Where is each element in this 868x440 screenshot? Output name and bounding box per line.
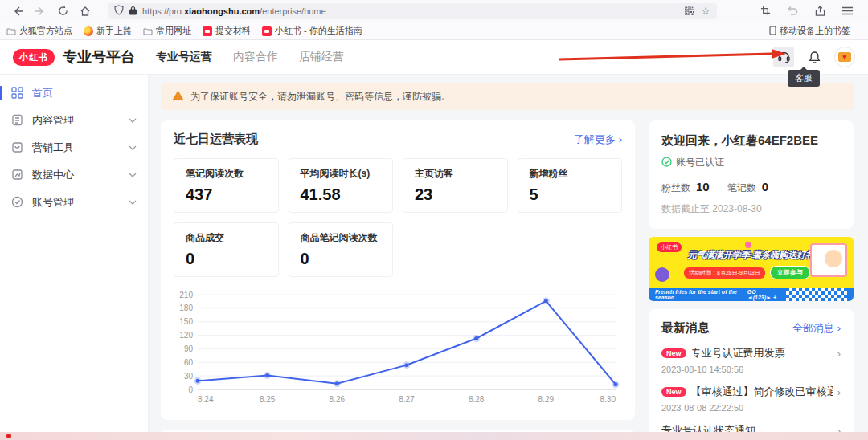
chevron-right-icon: › bbox=[837, 425, 841, 433]
url-text: https://pro.xiaohongshu.com/enterprise/h… bbox=[142, 6, 685, 16]
security-warning-banner: 为了保证账号安全，请勿泄漏账号、密码等信息，谨防被骗。 bbox=[161, 83, 854, 110]
bookmark-label: 小红书 - 你的生活指南 bbox=[275, 25, 362, 37]
stat-avg-read-time: 平均阅读时长(s) 41.58 bbox=[289, 158, 394, 213]
banner-cta-button[interactable]: 立即参与 bbox=[770, 266, 810, 279]
bookmark-item[interactable]: 常用网址 bbox=[143, 25, 191, 37]
reload-icon[interactable] bbox=[53, 2, 72, 20]
notes-count: 笔记数0 bbox=[727, 180, 768, 195]
mobile-bookmarks[interactable]: 移动设备上的书签 bbox=[769, 25, 850, 37]
new-badge: New bbox=[661, 348, 686, 358]
avatar[interactable]: ♥ bbox=[834, 47, 855, 67]
sidebar-item-content[interactable]: 内容管理 bbox=[0, 107, 148, 134]
xiaohongshu-logo[interactable]: 小红书 bbox=[13, 49, 55, 66]
home-icon[interactable] bbox=[76, 2, 95, 20]
warning-text: 为了保证账号安全，请勿泄漏账号、密码等信息，谨防被骗。 bbox=[190, 90, 451, 104]
grid-icon bbox=[11, 87, 24, 100]
sidebar: 首页 内容管理 营销工具 数据中心 bbox=[0, 75, 149, 432]
phone-icon bbox=[769, 26, 776, 37]
welcome-card: 欢迎回来，小红薯64EF2BEE 账号已认证 粉丝数10 笔记数0 数据截止至 … bbox=[649, 120, 854, 229]
tab-operation[interactable]: 专业号运营 bbox=[156, 50, 212, 64]
banner-footer: French fries for the start of the season… bbox=[649, 288, 854, 301]
promo-banner[interactable]: 小红书 元气满满开学季·薯条嗨购送好礼 活动时间：8月28日-9月03日 立即参… bbox=[649, 237, 854, 301]
bookmark-label: 常用网址 bbox=[156, 25, 191, 37]
sidebar-label: 营销工具 bbox=[32, 141, 74, 155]
annotation-arrow bbox=[556, 47, 789, 64]
bottom-taskbar-strip bbox=[0, 432, 868, 440]
bookmark-item[interactable]: 小红书 - 你的生活指南 bbox=[262, 25, 362, 37]
svg-text:8.24: 8.24 bbox=[198, 395, 214, 404]
bookmark-star-icon[interactable]: ☆ bbox=[701, 6, 710, 16]
warning-icon bbox=[172, 90, 184, 103]
chevron-down-icon bbox=[129, 200, 137, 205]
url-bar[interactable]: https://pro.xiaohongshu.com/enterprise/h… bbox=[108, 3, 717, 19]
svg-text:8.30: 8.30 bbox=[600, 395, 616, 404]
sidebar-label: 首页 bbox=[32, 86, 53, 100]
svg-text:8.29: 8.29 bbox=[538, 395, 555, 404]
shield-icon[interactable] bbox=[114, 5, 124, 17]
svg-text:8.27: 8.27 bbox=[399, 395, 415, 404]
tab-content-coop[interactable]: 内容合作 bbox=[233, 50, 278, 64]
check-shield-icon bbox=[11, 196, 24, 209]
share-icon[interactable] bbox=[810, 2, 829, 20]
svg-text:8.28: 8.28 bbox=[469, 395, 485, 404]
message-item[interactable]: New 【审核通过】简介修改已审核通过！ › 2023-08-08 22:22:… bbox=[661, 385, 841, 413]
envelope-heart-icon: ♥ bbox=[838, 52, 851, 62]
stat-new-followers: 新增粉丝 5 bbox=[518, 158, 623, 213]
qr-code-icon[interactable] bbox=[685, 6, 694, 17]
customer-service-tooltip: 客服 bbox=[788, 70, 820, 87]
weekly-performance-card: 近七日运营表现 了解更多 › 笔记阅读次数 437 平均阅读时长(s) 41.5… bbox=[161, 120, 635, 420]
svg-text:120: 120 bbox=[179, 331, 193, 340]
svg-text:150: 150 bbox=[179, 317, 193, 326]
tab-shop[interactable]: 店铺经营 bbox=[299, 50, 344, 64]
sidebar-item-data[interactable]: 数据中心 bbox=[0, 161, 148, 189]
firefox-icon bbox=[84, 26, 93, 36]
banner-dot-decoration bbox=[745, 242, 751, 248]
trend-line-chart: 03060901201501802108.248.258.268.278.288… bbox=[174, 288, 624, 409]
bookmark-item[interactable]: 新手上路 bbox=[84, 25, 132, 37]
welcome-title: 欢迎回来，小红薯64EF2BEE bbox=[661, 133, 841, 149]
banner-blob-decoration bbox=[655, 267, 669, 282]
customer-service-icon[interactable] bbox=[773, 47, 794, 67]
chevron-down-icon bbox=[129, 145, 137, 150]
svg-text:8.25: 8.25 bbox=[260, 395, 276, 404]
learn-more-link[interactable]: 了解更多 › bbox=[574, 132, 622, 147]
banner-character-face bbox=[825, 250, 842, 267]
bookmark-item[interactable]: 提交材料 bbox=[203, 25, 251, 37]
menu-icon[interactable] bbox=[837, 2, 857, 20]
folder-icon bbox=[6, 27, 16, 35]
undo-icon[interactable] bbox=[783, 2, 802, 20]
bookmark-item[interactable]: 火狐官方站点 bbox=[6, 25, 72, 37]
stats-grid: 笔记阅读次数 437 平均阅读时长(s) 41.58 主页访客 23 bbox=[174, 158, 622, 277]
stat-note-reads: 笔记阅读次数 437 bbox=[174, 158, 279, 213]
message-item[interactable]: 专业号认证状态通知 › 2023-08-08 13:44:43 bbox=[661, 423, 841, 432]
svg-text:60: 60 bbox=[184, 358, 194, 367]
screenshot-icon[interactable] bbox=[755, 2, 775, 20]
sidebar-label: 数据中心 bbox=[32, 168, 74, 182]
message-item[interactable]: New 专业号认证费用发票 › 2023-08-10 14:50:56 bbox=[661, 346, 841, 374]
section-title: 近七日运营表现 bbox=[174, 132, 258, 147]
back-icon[interactable] bbox=[8, 2, 27, 20]
new-badge: New bbox=[661, 387, 686, 397]
stat-product-deals: 商品成交 0 bbox=[174, 222, 279, 277]
all-messages-link[interactable]: 全部消息 › bbox=[792, 321, 841, 336]
sidebar-item-home[interactable]: 首页 bbox=[0, 79, 148, 107]
notification-bell-icon[interactable] bbox=[804, 47, 825, 67]
main-content: 为了保证账号安全，请勿泄漏账号、密码等信息，谨防被骗。 近七日运营表现 了解更多… bbox=[149, 75, 868, 432]
bookmarks-bar: 火狐官方站点 新手上路 常用网址 提交材料 小红书 - 你的生活指南 移动设备上… bbox=[0, 22, 868, 40]
banner-time: 活动时间：8月28日-9月03日 bbox=[684, 267, 765, 279]
chevron-right-icon: › bbox=[837, 348, 841, 360]
forward-icon[interactable] bbox=[31, 2, 50, 20]
messages-title: 最新消息 bbox=[661, 320, 710, 336]
sidebar-item-account[interactable]: 账号管理 bbox=[0, 189, 148, 216]
lock-icon[interactable] bbox=[129, 6, 137, 17]
svg-text:8.26: 8.26 bbox=[330, 395, 346, 404]
app-nav: 专业号运营 内容合作 店铺经营 bbox=[156, 50, 344, 64]
bookmark-label: 火狐官方站点 bbox=[19, 25, 72, 37]
stat-product-note-reads: 商品笔记阅读次数 0 bbox=[289, 222, 394, 277]
sidebar-item-marketing[interactable]: 营销工具 bbox=[0, 134, 148, 161]
bookmark-label: 新手上路 bbox=[96, 25, 132, 37]
stat-home-visitors: 主页访客 23 bbox=[403, 158, 508, 213]
followers-count: 粉丝数10 bbox=[661, 180, 710, 195]
verified-status: 账号已认证 bbox=[661, 156, 841, 169]
document-icon bbox=[11, 114, 24, 127]
